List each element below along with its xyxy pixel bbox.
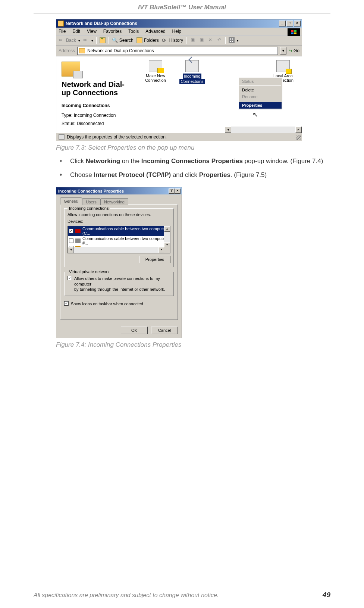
selection-status: Status: Disconnected: [62, 121, 135, 126]
window-controls: _ □ ×: [279, 21, 301, 26]
window-body: Network and Dial- up Connections Incomin…: [56, 56, 302, 133]
device-row-1[interactable]: Communications cable between two compute…: [68, 226, 170, 236]
views-icon: [229, 37, 235, 43]
ctx-properties[interactable]: Properties: [239, 102, 282, 109]
move-to-button[interactable]: ▣: [189, 37, 195, 43]
cursor-icon: ↖: [252, 110, 258, 119]
address-input[interactable]: Network and Dial-up Connections: [77, 47, 278, 55]
vpn-text: Allow others to make private connections…: [74, 276, 170, 292]
instruction-list: Click Networking on the Incoming Connect…: [34, 157, 330, 180]
status-bar: Displays the properties of the selected …: [56, 133, 302, 141]
undo-button[interactable]: ↶: [216, 37, 222, 43]
figure-7-4-caption: Figure 7.4: Incoming Connections Propert…: [56, 341, 330, 349]
views-button[interactable]: [229, 37, 239, 43]
incoming-label-l1: Incoming: [183, 74, 202, 79]
large-folder-icon: [62, 62, 80, 77]
history-button[interactable]: History: [162, 37, 183, 43]
resize-grip-icon[interactable]: [296, 135, 301, 140]
title-bar: Network and Dial-up Connections _ □ ×: [56, 19, 302, 28]
window-title: Network and Dial-up Connections: [66, 21, 279, 26]
group-incoming-connections: Incoming connections Allow incoming conn…: [64, 208, 174, 267]
doc-header: IVT BlueSoleil™ User Manual: [34, 0, 330, 13]
dialog-incoming-connections-properties: Incoming Connections Properties ? × Gene…: [56, 187, 182, 338]
ctx-delete[interactable]: Delete: [239, 87, 282, 93]
toolbar: Back Search Folders History ▣ ▣ ✕ ↶: [56, 35, 302, 45]
copy-to-button[interactable]: ▣: [198, 37, 204, 43]
allow-text: Allow incoming connections on these devi…: [68, 212, 170, 217]
search-button[interactable]: Search: [112, 37, 134, 43]
tab-general[interactable]: General: [60, 197, 82, 205]
context-menu: Status Delete Rename Properties: [238, 77, 282, 109]
ok-button[interactable]: OK: [121, 327, 148, 334]
minimize-button[interactable]: _: [279, 21, 286, 26]
menu-view[interactable]: View: [87, 29, 97, 34]
address-bar: Address Network and Dial-up Connections …: [56, 45, 302, 56]
folders-button[interactable]: Folders: [136, 37, 159, 43]
scroll-left-button[interactable]: ◂: [225, 127, 231, 133]
ctx-status[interactable]: Status: [239, 78, 282, 85]
make-new-connection-item[interactable]: Make New Connection: [141, 60, 170, 82]
device-label: Communications cable between two compute…: [82, 236, 169, 245]
address-dropdown[interactable]: ▼: [280, 47, 286, 54]
tab-networking[interactable]: Networking: [100, 198, 128, 205]
instruction-item-2: Choose Internet Protocol (TCP/IP) and cl…: [60, 171, 330, 180]
close-button[interactable]: ×: [294, 21, 301, 26]
horizontal-scrollbar[interactable]: ◂ ▸: [225, 127, 302, 133]
checkbox[interactable]: [64, 301, 69, 306]
show-icons-row[interactable]: Show icons on taskbar when connected: [64, 301, 174, 306]
up-folder-icon: [100, 37, 106, 43]
folder-icon: [58, 21, 64, 26]
text: Choose: [70, 171, 94, 178]
separator: [62, 99, 135, 99]
menu-advanced[interactable]: Advanced: [145, 29, 165, 34]
tab-strip: General Users Networking: [60, 197, 178, 205]
menu-favorites[interactable]: Favorites: [103, 29, 122, 34]
close-button[interactable]: ×: [175, 188, 181, 194]
menu-bar: File Edit View Favorites Tools Advanced …: [56, 28, 302, 35]
list-horizontal-scrollbar[interactable]: ◂ ▸: [68, 247, 164, 253]
scroll-corner: [164, 247, 170, 253]
scroll-right-button[interactable]: ▸: [295, 127, 302, 133]
checkbox[interactable]: [69, 229, 73, 233]
scroll-track[interactable]: [164, 232, 170, 242]
back-button[interactable]: Back: [59, 37, 80, 43]
checkbox[interactable]: [69, 238, 73, 243]
menu-edit[interactable]: Edit: [72, 29, 80, 34]
back-arrow-icon: [59, 37, 65, 43]
help-button[interactable]: ?: [169, 188, 175, 194]
delete-toolbar-button[interactable]: ✕: [207, 37, 213, 43]
menu-help[interactable]: Help: [172, 29, 182, 34]
vpn-checkbox-row[interactable]: Allow others to make private connections…: [68, 276, 170, 292]
menu-tools[interactable]: Tools: [128, 29, 139, 34]
folders-label: Folders: [144, 38, 159, 43]
scroll-right-button[interactable]: ▸: [159, 247, 164, 253]
page-number: 49: [323, 591, 330, 599]
dialog-footer: OK Cancel: [56, 324, 182, 338]
vpn-text-l1: Allow others to make private connections…: [74, 276, 160, 286]
incoming-connections-item[interactable]: Incoming Connections: [177, 60, 207, 84]
devices-listbox[interactable]: Communications cable between two compute…: [68, 226, 170, 253]
scroll-track[interactable]: [231, 127, 295, 133]
figure-7-3: Network and Dial-up Connections _ □ × Fi…: [56, 19, 330, 152]
scroll-up-button[interactable]: ▴: [164, 226, 170, 232]
icon-pane: Make New Connection Incoming Connections…: [141, 56, 302, 133]
checkbox[interactable]: [68, 276, 72, 280]
up-button[interactable]: [100, 37, 106, 43]
figure-7-3-caption: Figure 7.3: Select Properties on the pop…: [56, 144, 330, 152]
list-vertical-scrollbar[interactable]: ▴ ▾: [164, 226, 170, 247]
forward-button[interactable]: [83, 37, 93, 43]
ctx-rename[interactable]: Rename: [239, 93, 282, 100]
pane-title: Network and Dial- up Connections: [62, 80, 135, 97]
scroll-left-button[interactable]: ◂: [68, 247, 73, 253]
status-text: Displays the properties of the selected …: [67, 134, 167, 140]
button-row: Properties: [68, 256, 170, 263]
cancel-button[interactable]: Cancel: [151, 327, 178, 334]
go-button[interactable]: Go: [289, 48, 299, 53]
footer-text: All specifications are preliminary and s…: [34, 592, 219, 599]
tab-users[interactable]: Users: [82, 198, 100, 205]
properties-button[interactable]: Properties: [139, 256, 170, 263]
menu-file[interactable]: File: [59, 29, 66, 34]
device-row-2[interactable]: Communications cable between two compute…: [68, 236, 170, 246]
maximize-button[interactable]: □: [286, 21, 293, 26]
scroll-track[interactable]: [73, 247, 159, 253]
